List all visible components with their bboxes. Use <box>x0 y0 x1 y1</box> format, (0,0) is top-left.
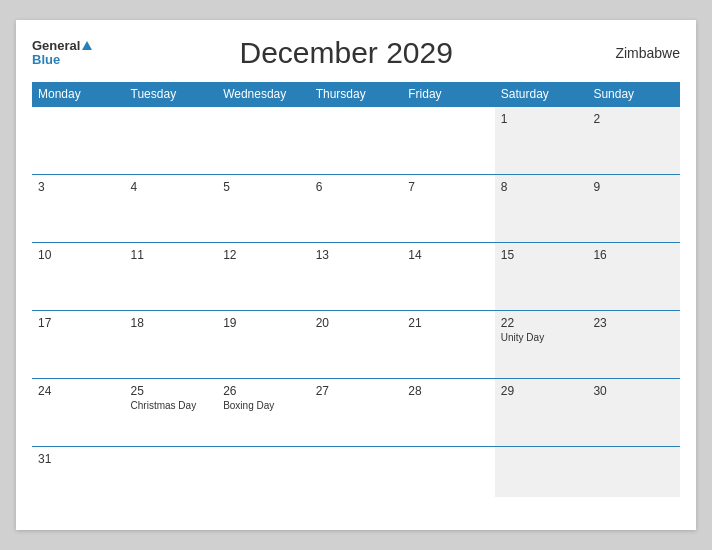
week-row-4: 171819202122Unity Day23 <box>32 311 680 379</box>
day-cell: 30 <box>587 379 680 447</box>
day-number: 2 <box>593 112 674 126</box>
day-cell: 13 <box>310 243 403 311</box>
day-number: 8 <box>501 180 582 194</box>
day-cell: 24 <box>32 379 125 447</box>
day-event-label: Unity Day <box>501 332 582 343</box>
day-number: 21 <box>408 316 489 330</box>
day-number: 17 <box>38 316 119 330</box>
day-cell: 2 <box>587 107 680 175</box>
day-cell <box>310 107 403 175</box>
day-number: 30 <box>593 384 674 398</box>
day-cell: 25Christmas Day <box>125 379 218 447</box>
day-cell: 15 <box>495 243 588 311</box>
day-cell: 28 <box>402 379 495 447</box>
day-cell: 11 <box>125 243 218 311</box>
day-cell: 3 <box>32 175 125 243</box>
day-cell: 23 <box>587 311 680 379</box>
day-number: 27 <box>316 384 397 398</box>
day-cell: 9 <box>587 175 680 243</box>
day-number: 5 <box>223 180 304 194</box>
week-row-2: 3456789 <box>32 175 680 243</box>
weekday-header-thursday: Thursday <box>310 82 403 107</box>
day-cell: 26Boxing Day <box>217 379 310 447</box>
weekday-header-saturday: Saturday <box>495 82 588 107</box>
weekday-header-friday: Friday <box>402 82 495 107</box>
day-number: 20 <box>316 316 397 330</box>
week-row-3: 10111213141516 <box>32 243 680 311</box>
day-cell <box>402 107 495 175</box>
week-row-1: 12 <box>32 107 680 175</box>
day-event-label: Boxing Day <box>223 400 304 411</box>
day-number: 26 <box>223 384 304 398</box>
day-cell <box>125 107 218 175</box>
day-number: 3 <box>38 180 119 194</box>
day-cell <box>310 447 403 497</box>
weekday-header-row: MondayTuesdayWednesdayThursdayFridaySatu… <box>32 82 680 107</box>
day-number: 9 <box>593 180 674 194</box>
day-cell: 18 <box>125 311 218 379</box>
day-cell: 22Unity Day <box>495 311 588 379</box>
day-number: 18 <box>131 316 212 330</box>
day-number: 7 <box>408 180 489 194</box>
weekday-header-wednesday: Wednesday <box>217 82 310 107</box>
day-number: 25 <box>131 384 212 398</box>
day-number: 10 <box>38 248 119 262</box>
weekday-header-tuesday: Tuesday <box>125 82 218 107</box>
day-cell <box>32 107 125 175</box>
day-cell <box>217 107 310 175</box>
day-number: 24 <box>38 384 119 398</box>
weekday-header-sunday: Sunday <box>587 82 680 107</box>
day-cell: 6 <box>310 175 403 243</box>
day-number: 13 <box>316 248 397 262</box>
day-cell: 12 <box>217 243 310 311</box>
day-cell: 5 <box>217 175 310 243</box>
week-row-6: 31 <box>32 447 680 497</box>
day-cell: 7 <box>402 175 495 243</box>
calendar-title: December 2029 <box>92 36 600 70</box>
calendar: General Blue December 2029 Zimbabwe Mond… <box>16 20 696 530</box>
day-cell <box>495 447 588 497</box>
country-label: Zimbabwe <box>600 45 680 61</box>
day-number: 29 <box>501 384 582 398</box>
day-cell: 4 <box>125 175 218 243</box>
day-cell <box>402 447 495 497</box>
logo-general-text: General <box>32 39 80 53</box>
day-cell: 20 <box>310 311 403 379</box>
day-number: 11 <box>131 248 212 262</box>
day-number: 1 <box>501 112 582 126</box>
calendar-header: General Blue December 2029 Zimbabwe <box>32 36 680 70</box>
day-cell: 17 <box>32 311 125 379</box>
day-cell: 31 <box>32 447 125 497</box>
day-number: 22 <box>501 316 582 330</box>
day-cell: 29 <box>495 379 588 447</box>
day-number: 31 <box>38 452 119 466</box>
day-event-label: Christmas Day <box>131 400 212 411</box>
day-cell: 27 <box>310 379 403 447</box>
weekday-header-monday: Monday <box>32 82 125 107</box>
day-number: 23 <box>593 316 674 330</box>
day-number: 16 <box>593 248 674 262</box>
day-cell: 21 <box>402 311 495 379</box>
day-number: 4 <box>131 180 212 194</box>
logo: General Blue <box>32 39 92 68</box>
day-number: 6 <box>316 180 397 194</box>
day-cell <box>587 447 680 497</box>
day-cell <box>125 447 218 497</box>
day-number: 12 <box>223 248 304 262</box>
day-cell <box>217 447 310 497</box>
day-number: 28 <box>408 384 489 398</box>
calendar-grid: MondayTuesdayWednesdayThursdayFridaySatu… <box>32 82 680 497</box>
day-cell: 1 <box>495 107 588 175</box>
logo-blue-text: Blue <box>32 53 60 67</box>
day-cell: 8 <box>495 175 588 243</box>
day-number: 14 <box>408 248 489 262</box>
day-cell: 14 <box>402 243 495 311</box>
day-number: 15 <box>501 248 582 262</box>
day-number: 19 <box>223 316 304 330</box>
day-cell: 10 <box>32 243 125 311</box>
week-row-5: 2425Christmas Day26Boxing Day27282930 <box>32 379 680 447</box>
day-cell: 19 <box>217 311 310 379</box>
day-cell: 16 <box>587 243 680 311</box>
logo-triangle-icon <box>82 41 92 50</box>
